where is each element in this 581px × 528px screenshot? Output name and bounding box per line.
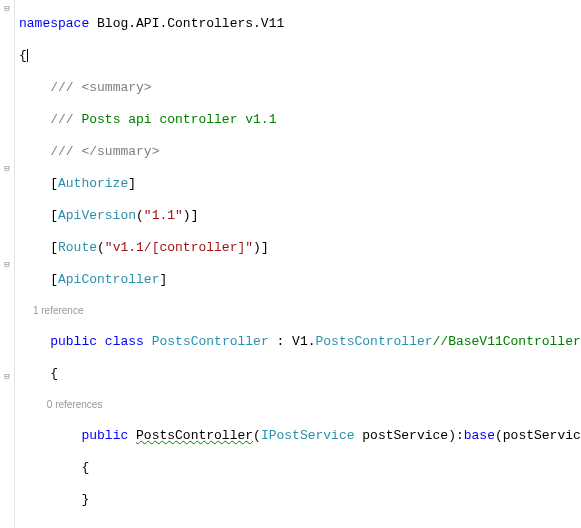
punct: : — [269, 334, 292, 349]
fold-toggle-icon[interactable]: ⊟ — [0, 368, 14, 384]
keyword: namespace — [19, 16, 89, 31]
base-ns: V1. — [292, 334, 315, 349]
attribute: Route — [58, 240, 97, 255]
xml-doc: /// </summary> — [50, 144, 159, 159]
constructor-name: PostsController — [136, 428, 253, 443]
text-caret-icon — [27, 49, 28, 62]
attribute: ApiVersion — [58, 208, 136, 223]
param-name: postService — [355, 428, 449, 443]
codelens-references[interactable]: 0 references — [47, 399, 103, 410]
fold-toggle-icon[interactable]: ⊟ — [0, 256, 14, 272]
arg: postService — [503, 428, 581, 443]
fold-toggle-icon[interactable]: ⊟ — [0, 0, 14, 16]
codelens-references[interactable]: 1 reference — [33, 305, 84, 316]
code-area[interactable]: namespace Blog.API.Controllers.V11 { ///… — [15, 0, 581, 528]
keyword: class — [105, 334, 144, 349]
attribute: Authorize — [58, 176, 128, 191]
xml-doc: /// <summary> — [50, 80, 151, 95]
folding-gutter: ⊟ ⊟ ⊟ ⊟ — [0, 0, 15, 528]
base-class: PostsController — [316, 334, 433, 349]
xml-doc: /// — [50, 112, 81, 127]
keyword: public — [50, 334, 97, 349]
attribute: ApiController — [58, 272, 159, 287]
string-literal: "1.1" — [144, 208, 183, 223]
param-type: IPostService — [261, 428, 355, 443]
namespace-name: Blog.API.Controllers.V11 — [97, 16, 284, 31]
code-editor[interactable]: ⊟ ⊟ ⊟ ⊟ namespace Blog.API.Controllers.V… — [0, 0, 581, 528]
xml-doc-text: Posts api controller v1.1 — [81, 112, 276, 127]
class-name: PostsController — [152, 334, 269, 349]
keyword: public — [81, 428, 128, 443]
keyword: base — [464, 428, 495, 443]
fold-toggle-icon[interactable]: ⊟ — [0, 160, 14, 176]
comment: //BaseV11Controller — [433, 334, 581, 349]
string-literal: "v1.1/[controller]" — [105, 240, 253, 255]
